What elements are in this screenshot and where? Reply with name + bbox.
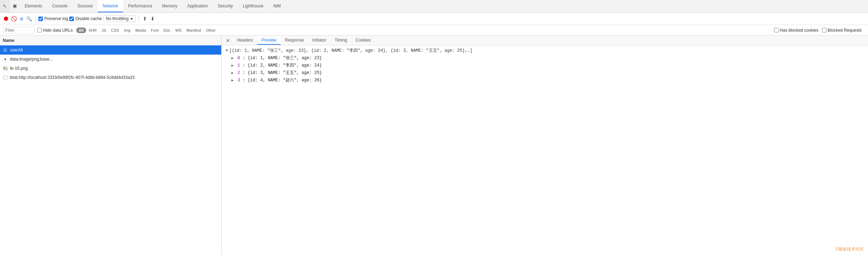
panel-close-button[interactable]: ✕ (224, 38, 231, 43)
image-icon (3, 66, 8, 71)
json-index-3: 3 (237, 78, 240, 83)
tab-performance[interactable]: Performance (123, 0, 157, 12)
json-value-1: {id: 2, NAME: "李四", age: 24} (248, 63, 322, 68)
tab-network[interactable]: Network (98, 0, 123, 12)
filter-icon-button[interactable]: ⊜ (18, 15, 25, 22)
device-icon-tab[interactable]: ▣ (10, 0, 20, 12)
tab-headers[interactable]: Headers (233, 36, 257, 45)
file-item-fe16png[interactable]: fe-16.png (0, 64, 221, 73)
item2-triangle-icon (231, 71, 234, 75)
json-root-line[interactable]: [{id: 1, NAME: "张三", age: 23}, {id: 2, N… (222, 47, 868, 55)
json-item-0[interactable]: 0 : {id: 1, NAME: "张三", age: 23} (222, 55, 868, 62)
name-column-label: Name (3, 38, 14, 43)
clear-button[interactable]: 🚫 (11, 15, 17, 22)
has-blocked-cookies-label[interactable]: Has blocked cookies (774, 28, 818, 33)
file-item-blob[interactable]: blob:http://localhost:3333/0e99f2fc-407f… (0, 73, 221, 82)
toolbar-separator-2 (139, 15, 139, 22)
tab-memory[interactable]: Memory (157, 0, 182, 12)
cursor-icon-tab[interactable]: ↖ (0, 0, 10, 12)
record-button[interactable] (3, 15, 9, 22)
record-icon (4, 17, 8, 21)
json-item-2[interactable]: 2 : {id: 3, NAME: "王五", age: 25} (222, 69, 868, 77)
disable-cache-checkbox[interactable] (69, 17, 74, 21)
name-column-header: Name (0, 36, 221, 45)
preserve-log-checkbox-label[interactable]: Preserve log (38, 16, 68, 21)
disable-cache-checkbox-label[interactable]: Disable cache (69, 16, 102, 21)
disable-cache-label: Disable cache (75, 16, 102, 21)
search-button[interactable]: 🔍 (26, 15, 32, 22)
file-item-userall[interactable]: J userAll (0, 45, 221, 55)
tab-initiator[interactable]: Initiator (308, 36, 330, 45)
panel-tab-bar: ✕ Headers Preview Response Initiator Tim… (222, 36, 868, 45)
throttle-dropdown[interactable]: No throttling ▼ (103, 15, 136, 22)
tab-security[interactable]: Security (213, 0, 238, 12)
left-panel: Name J userAll ▼ data:image/png;base... (0, 36, 222, 255)
upload-icon: ⬆ (143, 16, 147, 21)
json-value-2: {id: 3, NAME: "王五", age: 25} (248, 70, 322, 75)
json-index-1: 1 (237, 63, 240, 68)
file-name-userall: userAll (10, 48, 218, 52)
throttle-label: No throttling (106, 16, 129, 21)
tab-response[interactable]: Response (281, 36, 308, 45)
filter-type-js[interactable]: JS (99, 27, 109, 33)
json-item-3[interactable]: 3 : {id: 4, NAME: "赵六", age: 26} (222, 77, 868, 84)
has-blocked-cookies-checkbox[interactable] (774, 28, 779, 32)
svg-text:J: J (4, 49, 6, 52)
tab-timing[interactable]: Timing (330, 36, 351, 45)
filter-row: Hide data URLs All XHR JS CSS Img Media … (0, 25, 868, 36)
preserve-log-label: Preserve log (44, 16, 68, 21)
network-toolbar: 🚫 ⊜ 🔍 Preserve log Disable cache No thro… (0, 13, 868, 25)
tab-nim[interactable]: NiM (268, 0, 286, 12)
filter-type-xhr[interactable]: XHR (86, 27, 99, 33)
hide-data-urls-label[interactable]: Hide data URLs (37, 28, 73, 33)
item3-triangle-icon (231, 79, 234, 82)
json-root-summary: [{id: 1, NAME: "张三", age: 23}, {id: 2, N… (229, 48, 472, 54)
has-blocked-cookies-text: Has blocked cookies (780, 28, 818, 33)
filter-icon: ⊜ (20, 16, 24, 21)
top-tab-bar: ↖ ▣ Elements Console Sources Network Per… (0, 0, 868, 13)
filter-input[interactable] (3, 27, 34, 34)
tab-sources[interactable]: Sources (72, 0, 98, 12)
blocked-requests-label[interactable]: Blocked Requests (822, 28, 862, 33)
xhr-icon: J (3, 48, 8, 52)
filter-type-css[interactable]: CSS (109, 27, 122, 33)
file-name-blob: blob:http://localhost:3333/0e99f2fc-407f… (10, 75, 218, 80)
chevron-down-icon: ▼ (130, 17, 133, 21)
right-panel: ✕ Headers Preview Response Initiator Tim… (222, 36, 868, 255)
import-button[interactable]: ⬆ (142, 15, 148, 22)
filter-type-manifest[interactable]: Manifest (184, 27, 204, 33)
file-name-dataimage: data:image/png;base... (10, 57, 218, 62)
download-icon: ⬇ (151, 16, 155, 21)
filter-type-media[interactable]: Media (133, 27, 148, 33)
json-value-3: {id: 4, NAME: "赵六", age: 26} (248, 78, 322, 83)
cursor-icon: ↖ (3, 3, 7, 9)
blob-icon (3, 75, 8, 80)
tab-cookies[interactable]: Cookies (351, 36, 375, 45)
file-name-fe16png: fe-16.png (10, 66, 218, 71)
tab-elements[interactable]: Elements (20, 0, 47, 12)
filter-type-ws[interactable]: WS (173, 27, 184, 33)
hide-data-urls-checkbox[interactable] (37, 28, 42, 32)
clear-icon: 🚫 (11, 16, 17, 21)
json-index-2: 2 (237, 70, 240, 75)
preserve-log-checkbox[interactable] (38, 17, 43, 21)
root-triangle-icon (226, 48, 228, 54)
preview-area: [{id: 1, NAME: "张三", age: 23}, {id: 2, N… (222, 45, 868, 255)
file-item-dataimage[interactable]: ▼ data:image/png;base... (0, 55, 221, 64)
svg-rect-4 (3, 75, 7, 80)
tab-lighthouse[interactable]: Lighthouse (238, 0, 268, 12)
export-button[interactable]: ⬇ (149, 15, 156, 22)
item0-triangle-icon (231, 56, 234, 60)
blocked-requests-checkbox[interactable] (822, 28, 826, 32)
tab-console[interactable]: Console (47, 0, 72, 12)
search-icon: 🔍 (26, 16, 32, 21)
filter-type-img[interactable]: Img (121, 27, 133, 33)
json-item-1[interactable]: 1 : {id: 2, NAME: "李四", age: 24} (222, 62, 868, 69)
tab-preview[interactable]: Preview (257, 36, 281, 45)
blocked-requests-text: Blocked Requests (828, 28, 862, 33)
tab-application[interactable]: Application (182, 0, 213, 12)
filter-type-doc[interactable]: Doc (161, 27, 173, 33)
filter-type-all[interactable]: All (76, 27, 86, 33)
filter-type-font[interactable]: Font (148, 27, 161, 33)
filter-type-other[interactable]: Other (204, 27, 218, 33)
